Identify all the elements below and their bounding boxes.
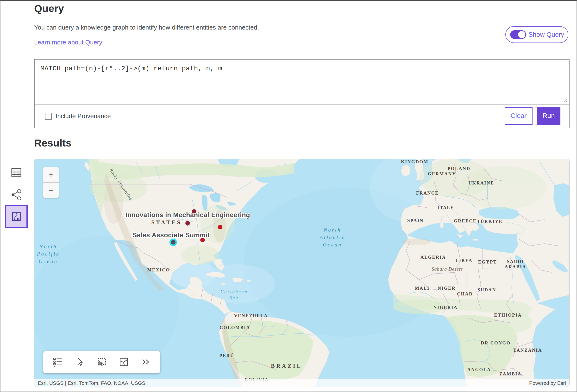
map-label: Caribbean Sea (220, 289, 248, 301)
result-point[interactable] (218, 225, 222, 229)
map-label: Rocky Mountains (108, 167, 133, 201)
link-chart-icon (11, 189, 22, 200)
result-point[interactable] (192, 209, 196, 214)
clear-button[interactable]: Clear (505, 107, 533, 125)
map-attribution: Esri, USGS | Esri, TomTom, FAO, NOAA, US… (34, 379, 569, 387)
results-map[interactable]: KINGDOMPOLANDGERMANYUKRAINEFRANCEITALYSP… (34, 159, 570, 387)
map-label: VENEZUELA (234, 313, 268, 319)
result-point[interactable] (171, 240, 176, 245)
cursor-select-button[interactable] (74, 357, 85, 368)
map-label: NIGER (438, 286, 456, 291)
legend-icon (52, 357, 63, 367)
table-view-button[interactable] (10, 166, 23, 179)
show-query-label: Show Query (528, 31, 564, 38)
toggle-switch-icon[interactable] (510, 30, 526, 39)
map-label: STATES (151, 219, 182, 226)
query-actions-bar: Include Provenance Clear Run (35, 104, 569, 128)
attribution-powered-by[interactable]: Powered by Esri (529, 380, 566, 386)
include-provenance-row[interactable]: Include Provenance (45, 104, 111, 128)
map-label: FRANCE (416, 191, 439, 196)
include-provenance-label: Include Provenance (56, 112, 111, 120)
map-label: NIGERIA (433, 305, 458, 310)
map-label: LIBYA (456, 258, 473, 263)
map-label: TANZANIA (513, 348, 542, 353)
learn-more-link[interactable]: Learn more about Query (34, 39, 102, 46)
map-label: North Atlantic Ocean (320, 226, 345, 249)
zoom-in-button[interactable]: + (43, 167, 59, 182)
map-label: North Pacific Ocean (37, 243, 60, 265)
map-view-button-selected[interactable] (5, 205, 28, 228)
map-toolbar (43, 351, 160, 373)
zoom-out-button[interactable]: − (43, 183, 59, 198)
cursor-icon (74, 357, 85, 367)
select-rectangle-button[interactable] (96, 357, 108, 368)
map-label: COLOMBIA (219, 325, 250, 330)
map-label: DR CONGO (481, 340, 511, 346)
attribution-sources: Esri, USGS | Esri, TomTom, FAO, NOAA, US… (38, 380, 145, 386)
map-label: ALGERIA (421, 255, 446, 260)
results-title: Results (34, 137, 72, 149)
map-label: ANGOLA (467, 367, 491, 372)
page-description: You can query a knowledge graph to ident… (34, 24, 259, 31)
map-label: ZAMBIA (499, 371, 521, 377)
map-label: CHAD (457, 291, 473, 297)
map-zoom-control: + − (43, 167, 59, 198)
map-view-icon (10, 210, 23, 223)
show-query-toggle[interactable]: Show Query (505, 26, 568, 43)
include-provenance-checkbox[interactable] (45, 113, 52, 120)
toggle-knob (518, 31, 525, 38)
table-icon (11, 167, 22, 178)
map-label: EGYPT (478, 260, 497, 265)
map-label: MALI (415, 286, 430, 291)
more-tools-button[interactable] (140, 357, 151, 368)
run-button[interactable]: Run (537, 107, 560, 125)
map-label: KINGDOM (401, 159, 429, 164)
double-chevron-icon (141, 357, 151, 367)
map-label: UKRAINE (468, 180, 494, 186)
query-editor-panel: MATCH path=(n)-[r*..2]->(m) return path,… (34, 59, 570, 128)
query-page: Query You can query a knowledge graph to… (0, 0, 577, 392)
legend-button[interactable] (52, 357, 64, 368)
result-point-label: Sales Associate Summit (133, 231, 210, 239)
page-title: Query (34, 3, 64, 14)
map-label: SPAIN (407, 218, 424, 223)
map-label: ITALY (437, 205, 454, 210)
select-rectangle-icon (96, 357, 107, 367)
resize-grip-icon[interactable] (563, 98, 568, 103)
map-label: GERMANY (428, 171, 456, 177)
map-label: TÜRKIYE (477, 219, 503, 224)
select-polygon-button[interactable] (118, 357, 130, 368)
map-label: SAUDI ARABIA (505, 259, 526, 269)
map-label: ETHIOPIA (494, 313, 522, 318)
result-point[interactable] (200, 238, 205, 242)
map-label: POLAND (447, 166, 470, 171)
link-chart-view-button[interactable] (10, 189, 23, 201)
map-label: PERÚ (219, 353, 234, 358)
map-label: Sahara Desert (432, 266, 463, 272)
result-point-label: Innovations in Mechanical Engineering (125, 211, 250, 219)
select-polygon-icon (118, 357, 129, 367)
query-input[interactable]: MATCH path=(n)-[r*..2]->(m) return path,… (35, 60, 569, 104)
map-label: GREECE (454, 218, 476, 224)
map-label: MÉXICO (147, 267, 170, 273)
map-label: BRAZIL (271, 363, 302, 369)
result-point[interactable] (185, 221, 190, 226)
map-label: SUDAN (477, 287, 496, 293)
